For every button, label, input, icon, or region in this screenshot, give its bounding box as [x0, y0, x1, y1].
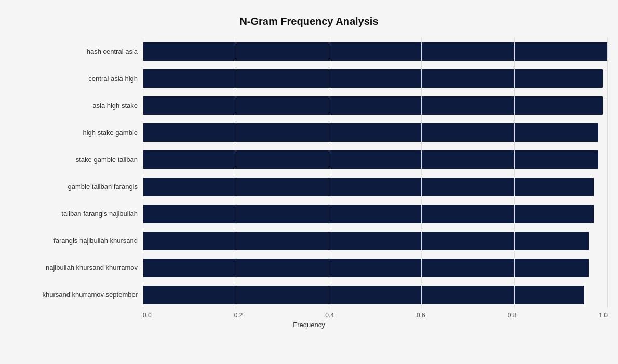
y-label: high stake gamble — [83, 129, 138, 136]
bar-row — [143, 258, 608, 278]
bar — [143, 232, 589, 250]
bar — [143, 96, 603, 115]
bar-row — [143, 122, 608, 143]
bar-row — [143, 68, 608, 89]
y-label: stake gamble taliban — [76, 156, 138, 163]
plot-area — [143, 38, 608, 308]
bar-row — [143, 204, 608, 224]
bar — [143, 178, 594, 196]
y-label: najibullah khursand khurramov — [46, 264, 138, 271]
y-axis-labels: hash central asiacentral asia highasia h… — [10, 38, 143, 308]
y-label: asia high stake — [92, 102, 138, 109]
x-tick: 0.8 — [508, 312, 517, 319]
bar-row — [143, 41, 608, 62]
y-label: hash central asia — [87, 48, 138, 55]
y-label: khursand khurramov september — [42, 291, 138, 298]
chart-title: N-Gram Frequency Analysis — [10, 10, 608, 28]
bar-row — [143, 231, 608, 251]
bar — [143, 150, 598, 169]
bar — [143, 42, 608, 61]
x-axis-ticks: 0.00.20.40.60.81.0 — [143, 312, 608, 319]
bar-row — [143, 177, 608, 197]
bar-row — [143, 95, 608, 116]
y-label: central asia high — [88, 75, 138, 82]
x-tick: 1.0 — [599, 312, 608, 319]
x-tick: 0.0 — [143, 312, 152, 319]
x-tick: 0.6 — [417, 312, 425, 319]
bar — [143, 259, 589, 277]
x-tick: 0.2 — [234, 312, 243, 319]
bar — [143, 123, 598, 142]
y-label: gamble taliban farangis — [68, 183, 138, 190]
x-axis-label: Frequency — [10, 321, 608, 329]
bar — [143, 205, 594, 223]
bar — [143, 69, 603, 88]
y-label: farangis najibullah khursand — [53, 237, 138, 244]
bar — [143, 286, 584, 304]
y-label: taliban farangis najibullah — [61, 210, 138, 217]
bar-row — [143, 285, 608, 305]
bar-row — [143, 149, 608, 170]
chart-container: N-Gram Frequency Analysis hash central a… — [0, 0, 618, 364]
x-tick: 0.4 — [325, 312, 334, 319]
